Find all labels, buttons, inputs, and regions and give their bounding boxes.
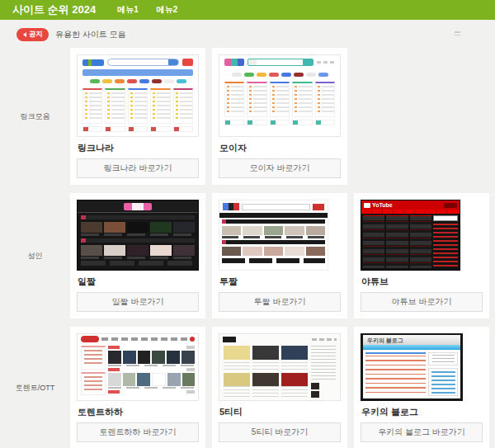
go-button-torrenthaha[interactable]: 토렌트하하 바로가기	[77, 422, 199, 442]
thumb-torrenthaha-logo	[81, 336, 99, 342]
thumb-yatube-link-list	[433, 224, 458, 268]
thumb-decor	[173, 245, 195, 256]
thumb-decor	[138, 351, 151, 364]
thumb-decor	[82, 126, 102, 132]
go-button-iljjal[interactable]: 일짤 바로가기	[77, 292, 199, 312]
thumb-decor	[128, 88, 148, 124]
thumb-decor	[318, 73, 328, 77]
thumb-decor	[105, 88, 125, 124]
thumb-torrenthaha-sidebar-box	[81, 346, 106, 370]
thumb-tujjal-topbar	[219, 200, 328, 213]
thumb-decor	[222, 247, 241, 256]
thumb-torrenthaha-captions-2	[108, 387, 195, 389]
thumb-linknara-category-pills	[78, 76, 198, 87]
site-thumbnail-iljjal[interactable]	[77, 200, 199, 271]
thumb-yatube-search-box	[433, 215, 458, 221]
thumb-linknara-logo	[82, 59, 104, 66]
thumb-torrenthaha-body	[78, 344, 198, 397]
thumb-decor	[137, 373, 150, 386]
go-button-linknara[interactable]: 링크나라 바로가기	[77, 158, 199, 178]
thumb-wooki-sidebar-links	[428, 368, 458, 396]
thumb-tujjal-video-row-2	[219, 246, 328, 257]
site-thumbnail-torrenthaha[interactable]	[77, 333, 199, 401]
thumb-torrenthaha-poster-row-2	[108, 373, 195, 386]
site-name-linknara: 링크나라	[78, 142, 198, 154]
thumb-decor	[243, 247, 262, 256]
section-torrent-ott: 토렌트/OTT	[0, 327, 495, 448]
section-links-gutter: 링크모음	[0, 48, 70, 185]
site-thumbnail-yatube[interactable]: YoTube	[361, 200, 483, 271]
thumb-tujjal-navbar	[219, 213, 328, 218]
thumb-decor	[173, 126, 193, 132]
nav-menu-1[interactable]: 메뉴1	[117, 4, 139, 16]
site-thumbnail-5tt[interactable]	[219, 333, 341, 401]
thumb-moija-searchbar	[248, 59, 314, 66]
thumb-linknara-footer-headers	[78, 126, 198, 132]
thumb-decor	[90, 79, 100, 83]
site-thumbnail-linknara[interactable]	[77, 54, 199, 137]
thumb-moija-footer-headers	[219, 120, 340, 125]
go-button-yatube[interactable]: 야튜브 바로가기	[361, 292, 483, 312]
thumb-decor	[224, 82, 244, 117]
thumb-5tt-topbar	[219, 334, 340, 345]
thumb-wooki-body	[363, 350, 460, 398]
thumb-decor	[306, 226, 325, 235]
thumb-iljjal-video-row	[78, 221, 198, 233]
thumb-decor	[108, 373, 121, 386]
thumb-linknara-link-columns	[78, 87, 198, 126]
thumb-tujjal-section-bar	[222, 219, 325, 224]
thumb-iljjal-logo	[124, 203, 152, 210]
thumb-decor	[152, 373, 167, 386]
thumb-decor	[455, 35, 460, 36]
thumb-decor	[152, 79, 162, 83]
thumb-torrenthaha-topbar	[78, 334, 198, 344]
go-button-5tt[interactable]: 5티티 바로가기	[219, 422, 341, 442]
thumb-decor	[281, 373, 308, 398]
go-button-tujjal[interactable]: 투짤 바로가기	[219, 292, 341, 312]
thumb-torrenthaha-menu	[101, 337, 187, 341]
thumb-decor	[173, 222, 195, 233]
thumb-decor	[224, 120, 244, 125]
thumb-decor	[264, 247, 283, 256]
notice-badge-label: 공지	[29, 30, 43, 40]
thumb-decor	[292, 82, 312, 117]
thumb-decor	[81, 245, 102, 256]
thumb-decor	[455, 31, 460, 33]
thumb-decor	[247, 82, 266, 117]
thumb-decor	[150, 126, 170, 132]
thumb-decor	[285, 226, 304, 235]
thumb-tujjal-section-bar-2	[222, 240, 325, 244]
site-thumbnail-tujjal[interactable]	[219, 200, 328, 271]
thumb-decor	[224, 373, 250, 398]
site-thumbnail-moija[interactable]	[219, 54, 341, 137]
go-button-wooki-blog[interactable]: 우키의 블로그 바로가기	[361, 422, 483, 442]
thumb-5tt-article-grid	[224, 346, 308, 398]
thumb-torrenthaha-badge	[190, 337, 195, 342]
thumb-decor	[222, 226, 241, 235]
category-label-torrent-ott: 토렌트/OTT	[16, 383, 55, 394]
notice-link[interactable]: 유용한 사이트 모음	[55, 29, 126, 40]
notice-more-icon[interactable]	[455, 31, 460, 37]
thumb-yatube-sidebar	[433, 215, 458, 268]
site-thumbnail-wooki-blog[interactable]: 우키의 블로그	[361, 333, 463, 401]
nav-menu-2[interactable]: 메뉴2	[157, 4, 178, 16]
thumb-linknara-login-button	[182, 59, 193, 66]
thumb-decor	[257, 73, 266, 77]
go-button-moija[interactable]: 모이자 바로가기	[219, 158, 341, 178]
thumb-decor	[81, 222, 102, 233]
thumb-iljjal-section-bar-2	[81, 238, 195, 243]
thumb-decor	[285, 247, 304, 256]
thumb-decor	[105, 126, 125, 132]
thumb-decor	[243, 226, 262, 235]
thumb-yatube-screenshot: YoTube	[361, 200, 460, 271]
thumb-decor	[270, 82, 290, 117]
thumb-decor	[315, 120, 335, 125]
thumb-decor	[150, 245, 172, 256]
thumb-torrenthaha-captions	[108, 365, 195, 366]
page-title: 사이트 순위 2024	[12, 2, 96, 17]
thumb-decor	[281, 73, 291, 77]
thumb-decor	[128, 126, 148, 132]
thumb-yatube-video-column-3	[410, 215, 431, 268]
thumb-iljjal-captions-2	[81, 257, 195, 259]
site-card-linknara: 링크나라 링크나라 바로가기	[70, 48, 205, 185]
